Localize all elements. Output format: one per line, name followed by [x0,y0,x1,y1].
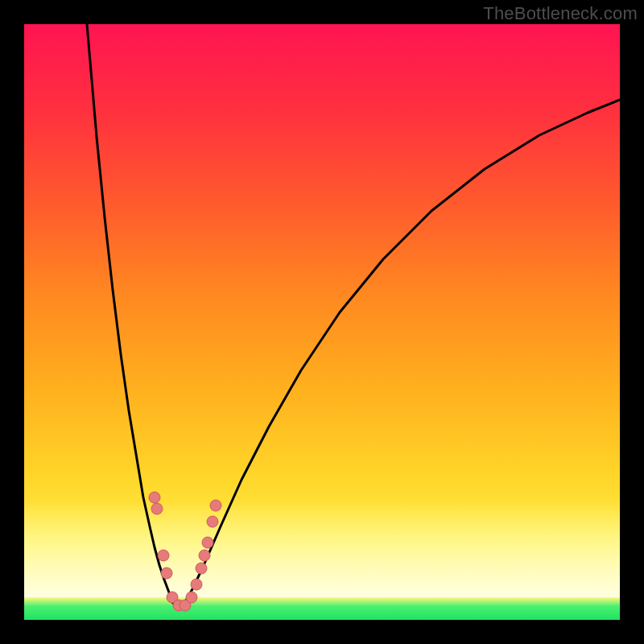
valley-dot [149,492,160,503]
valley-dot [191,579,202,590]
chart-frame: TheBottleneck.com [0,0,644,644]
valley-dot [161,568,172,579]
plot-area [24,24,620,620]
valley-dot [196,563,207,574]
valley-dot [151,503,163,514]
series-left-branch [87,24,172,602]
valley-dot [207,516,218,527]
valley-dot [210,500,221,511]
series-right-branch [185,100,620,602]
valley-dot [186,592,197,603]
valley-dot [202,537,213,548]
watermark-text: TheBottleneck.com [483,3,638,24]
valley-dot [158,550,169,561]
curve-layer [24,24,620,620]
valley-dot [199,550,210,561]
